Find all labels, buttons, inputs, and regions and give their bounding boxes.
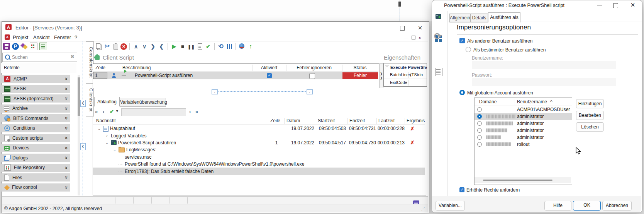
tab-ausfuehren-als[interactable]: Ausführen als xyxy=(488,12,520,22)
elevated-rights-label[interactable]: Erhöhte Rechte anfordern xyxy=(466,187,520,193)
aktiviert-checkbox[interactable] xyxy=(267,73,272,78)
log-filter-input[interactable] xyxy=(121,108,186,116)
log-row[interactable]: ›Logged Variables xyxy=(93,132,425,139)
sidebar-item-archive[interactable]: Archive» xyxy=(2,104,70,113)
log-row[interactable]: Error(1783): Das Stub erhielt falsche Da… xyxy=(93,168,425,175)
sidebar-item-conditions[interactable]: Conditions» xyxy=(2,124,70,132)
move-left-icon[interactable] xyxy=(158,43,165,50)
sidebar-item-custom-scripts[interactable]: Custom scripts» xyxy=(2,134,70,142)
close-button[interactable]: ✕ xyxy=(417,25,423,31)
dialog-minimize-button[interactable]: — xyxy=(596,2,603,8)
property-row[interactable]: BatchLines (TStrin xyxy=(384,71,427,79)
account-row[interactable]: rollout xyxy=(475,141,572,148)
col-ergebnis[interactable]: Ergebnis xyxy=(407,118,425,123)
menu-ansicht[interactable]: Ansicht xyxy=(33,34,50,40)
form-view-icon[interactable] xyxy=(435,68,442,76)
specific-user-radio[interactable] xyxy=(466,47,471,52)
expander-open-icon[interactable]: ⌄ xyxy=(97,127,102,131)
expander-open-icon[interactable]: ⌄ xyxy=(112,148,117,152)
expand-chevron-icon[interactable]: » xyxy=(64,97,69,100)
properties-root-row[interactable]: − Execute PowerShell script xyxy=(384,63,427,71)
nav-last-icon[interactable]: » xyxy=(195,109,198,115)
move-down-icon[interactable] xyxy=(141,43,148,50)
expand-chevron-icon[interactable]: » xyxy=(64,186,69,188)
account-row[interactable]: administrator xyxy=(475,127,572,134)
col-endzeit[interactable]: Endzeit xyxy=(349,118,365,123)
mdi-close-button[interactable]: x xyxy=(419,34,421,41)
password-field[interactable] xyxy=(472,78,616,86)
move-up-icon[interactable] xyxy=(132,43,140,50)
pause-icon[interactable] xyxy=(187,43,195,50)
resize-grip[interactable]: ⋰ xyxy=(421,207,425,211)
account-radio-selected[interactable] xyxy=(477,114,482,119)
nav-check-icon[interactable]: ✔ xyxy=(110,109,114,115)
variables-button[interactable]: Variablen... xyxy=(436,201,465,211)
elevated-rights-checkbox[interactable] xyxy=(459,187,464,192)
col-laufzeit[interactable]: Laufzeit xyxy=(378,118,395,123)
other-user-label[interactable]: Als anderer Benutzer ausführen xyxy=(467,38,532,44)
log-row[interactable]: services.msc xyxy=(93,154,425,161)
client-script-row[interactable]: 1 Powershell-Script ausführen Fehler xyxy=(93,72,378,79)
properties-splitter[interactable]: ❯❯ xyxy=(379,63,383,88)
account-radio[interactable] xyxy=(477,107,482,112)
nav-next-icon[interactable]: › xyxy=(189,109,191,115)
sidebar-item-files[interactable]: Files» xyxy=(2,173,70,181)
col-zeile[interactable]: Zeile xyxy=(95,65,105,70)
ok-button[interactable]: OK xyxy=(573,201,601,211)
splitter-collapse-down-icon[interactable]: ⌄ xyxy=(212,89,218,94)
expand-chevron-icon[interactable]: » xyxy=(64,87,69,90)
expand-chevron-icon[interactable]: » xyxy=(64,146,69,149)
accounts-hscrollbar[interactable] xyxy=(475,177,571,183)
col-zeile[interactable]: Zeile xyxy=(270,118,280,123)
property-value[interactable]: (TStrin xyxy=(410,72,423,77)
sidebar-item-dialogs[interactable]: Dialogs» xyxy=(2,154,70,162)
splitter-collapse-down-icon[interactable]: ⌄ xyxy=(307,89,313,94)
global-account-label[interactable]: Mit globalem Account ausführen xyxy=(467,90,533,96)
paste-icon[interactable] xyxy=(112,43,120,50)
sidebar-item-devices[interactable]: Devices» xyxy=(2,144,70,152)
expand-chevron-icon[interactable]: » xyxy=(64,166,69,169)
account-row[interactable]: administrator xyxy=(475,120,572,127)
run-icon[interactable] xyxy=(170,43,178,50)
specific-user-label[interactable]: Als bestimmter Benutzer ausführen xyxy=(473,47,546,53)
columns-icon[interactable] xyxy=(225,43,233,50)
minimize-button[interactable]: — xyxy=(381,25,388,31)
col-domaene[interactable]: Domäne xyxy=(479,99,497,104)
sidebar-item-acmp[interactable]: ACMP» xyxy=(2,75,70,83)
expander-closed-icon[interactable]: › xyxy=(105,134,109,138)
menu-help[interactable]: ? xyxy=(75,34,77,40)
col-benutzername[interactable]: Benutzername xyxy=(517,99,547,104)
report-icon[interactable] xyxy=(196,43,203,50)
sidebar-scrollbar-thumb[interactable] xyxy=(78,77,80,116)
layers-icon[interactable] xyxy=(21,43,28,50)
history-icon[interactable] xyxy=(217,43,225,50)
global-account-radio[interactable] xyxy=(459,90,465,95)
delete-icon[interactable] xyxy=(120,43,127,50)
expand-chevron-icon[interactable]: » xyxy=(64,176,69,179)
col-aktiviert[interactable]: Aktiviert xyxy=(252,65,286,70)
tab-allgemein[interactable]: Allgemein xyxy=(449,14,470,22)
account-radio[interactable] xyxy=(477,121,482,126)
nav-check-dropdown-icon[interactable]: ▼ xyxy=(115,109,119,113)
log-row[interactable]: ⌄Hauptablauf19.07.202209:50:04:50309:50:… xyxy=(93,125,425,132)
other-user-checkbox[interactable] xyxy=(459,38,465,43)
dialog-close-button[interactable]: ✕ xyxy=(629,2,636,8)
account-radio[interactable] xyxy=(477,128,482,133)
log-row[interactable]: PowerShell found at C:\Windows\SysWOW64\… xyxy=(93,161,425,168)
tab-ablauflog[interactable]: Ablauflog xyxy=(94,97,120,106)
upload-icon[interactable] xyxy=(247,43,254,50)
property-row[interactable]: ExitCode xyxy=(384,79,427,86)
save-icon[interactable] xyxy=(3,43,10,50)
maximize-button[interactable] xyxy=(400,26,405,31)
tab-details[interactable]: Details xyxy=(470,14,488,22)
nav-prev-icon[interactable]: ‹ xyxy=(103,109,104,115)
expand-chevron-icon[interactable]: » xyxy=(64,137,69,139)
nav-first-icon[interactable]: « xyxy=(95,109,98,115)
mdi-restore-button[interactable] xyxy=(412,36,415,39)
edit-button[interactable]: Bearbeiten xyxy=(576,111,604,120)
col-fehler-ignorieren[interactable]: Fehler ignorieren xyxy=(286,65,342,70)
sort-ascending-icon[interactable]: ^ xyxy=(550,99,552,104)
sidebar-item-aesb-deprecated[interactable]: AESB (deprecated)» xyxy=(2,94,70,103)
help-button[interactable]: Hilfe xyxy=(544,201,571,211)
expand-chevron-icon[interactable]: » xyxy=(64,127,69,129)
